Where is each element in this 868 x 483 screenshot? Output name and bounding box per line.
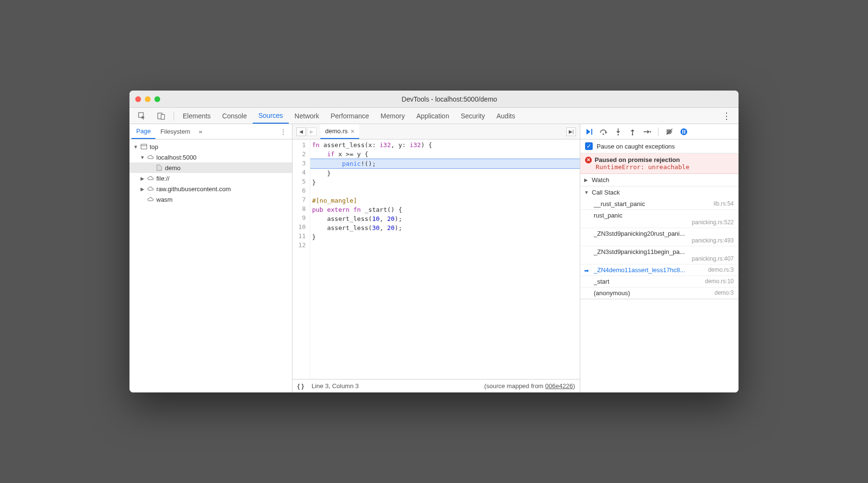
devtools-window: DevTools - localhost:5000/demo ElementsC… [129, 91, 739, 392]
stack-frame[interactable]: rust_panicpanicking.rs:522 [580, 210, 739, 228]
code-line[interactable]: } [310, 178, 580, 187]
stack-frame[interactable]: (anonymous)demo:3 [580, 288, 739, 299]
editor-statusbar: { } Line 3, Column 3 (source mapped from… [293, 379, 580, 392]
pause-on-exceptions-button[interactable] [680, 127, 688, 136]
page-tab[interactable]: Page [131, 124, 155, 139]
step-button[interactable] [643, 127, 651, 136]
stack-frame[interactable]: __rust_start_paniclib.rs:54 [580, 198, 739, 210]
nav-back-button[interactable]: ◀ [296, 127, 306, 136]
stack-frame[interactable]: _ZN3std9panicking11begin_pa...panicking.… [580, 246, 739, 264]
callstack-section-header[interactable]: ▼ Call Stack [580, 186, 739, 198]
filesystem-tab[interactable]: Filesystem [155, 124, 195, 139]
frame-function: (anonymous) [594, 289, 630, 297]
cloud-icon [147, 196, 154, 203]
tab-memory[interactable]: Memory [375, 108, 411, 124]
traffic-lights [135, 96, 160, 102]
file-tab-label: demo.rs [325, 127, 348, 135]
debugger-toolbar [580, 124, 739, 139]
stack-frame[interactable]: _startdemo.rs:10 [580, 276, 739, 288]
cloud-icon [147, 174, 154, 182]
tab-console[interactable]: Console [216, 108, 252, 124]
step-out-button[interactable] [628, 127, 637, 136]
checkbox-checked-icon[interactable]: ✓ [585, 142, 593, 150]
pause-caught-row[interactable]: ✓ Pause on caught exceptions [580, 139, 739, 153]
stack-frame[interactable]: ➡_ZN4demo11assert_less17hc8...demo.rs:3 [580, 264, 739, 276]
tree-file-demo[interactable]: demo [129, 162, 292, 173]
show-sidebar-button[interactable]: ▶| [566, 127, 576, 136]
tab-elements[interactable]: Elements [177, 108, 216, 124]
file-tree: ▼ top ▼ localhost:5000 demo ▶ f [129, 139, 292, 392]
minimize-window-button[interactable] [145, 96, 151, 102]
file-tab-demo-rs[interactable]: demo.rs × [320, 124, 359, 139]
frame-function: _start [594, 278, 610, 285]
frame-location: demo:3 [715, 289, 734, 297]
tree-label: file:// [156, 175, 169, 182]
watch-section-header[interactable]: ▶ Watch [580, 174, 739, 186]
tree-top[interactable]: ▼ top [129, 141, 292, 152]
svg-point-10 [632, 134, 633, 135]
separator [174, 112, 174, 120]
code-editor[interactable]: 123456789101112 fn assert_less(x: i32, y… [293, 139, 580, 379]
frame-function: _ZN4demo11assert_less17hc8... [594, 266, 685, 274]
cursor-position: Line 3, Column 3 [312, 382, 359, 390]
frame-location: panicking.rs:522 [594, 219, 734, 226]
navigator-options-icon[interactable]: ⋮ [276, 128, 290, 135]
code-line[interactable]: fn assert_less(x: i32, y: i32) { [310, 140, 580, 150]
svg-rect-3 [141, 144, 147, 149]
svg-point-6 [603, 133, 604, 135]
code-line[interactable] [310, 187, 580, 196]
frame-location: panicking.rs:493 [594, 237, 734, 244]
alert-title: Paused on promise rejection [595, 156, 680, 163]
code-line[interactable]: } [310, 232, 580, 242]
file-icon [155, 164, 163, 172]
tree-raw-github[interactable]: ▶ raw.githubusercontent.com [129, 184, 292, 194]
tab-sources[interactable]: Sources [253, 108, 289, 124]
tab-application[interactable]: Application [411, 108, 455, 124]
nav-forward-button[interactable]: ▶ [307, 127, 317, 136]
cloud-icon [147, 185, 154, 193]
code-line[interactable]: panic!(); [310, 159, 580, 169]
source-map-link[interactable]: 006e4226 [545, 382, 573, 390]
zoom-window-button[interactable] [154, 96, 160, 102]
tab-audits[interactable]: Audits [491, 108, 521, 124]
code-line[interactable]: pub extern fn _start() { [310, 205, 580, 214]
watch-label: Watch [592, 176, 609, 184]
tree-wasm[interactable]: wasm [129, 194, 292, 205]
stack-frame[interactable]: _ZN3std9panicking20rust_pani...panicking… [580, 228, 739, 246]
deactivate-breakpoints-button[interactable] [665, 127, 674, 136]
pause-alert: ✕ Paused on promise rejection RuntimeErr… [580, 153, 739, 174]
more-options-icon[interactable]: ⋮ [717, 111, 736, 121]
frame-location: demo.rs:10 [705, 278, 734, 285]
tab-security[interactable]: Security [455, 108, 491, 124]
close-tab-icon[interactable]: × [351, 127, 354, 135]
frame-location: panicking.rs:407 [594, 255, 734, 262]
inspect-element-icon[interactable] [132, 108, 152, 124]
tree-host[interactable]: ▼ localhost:5000 [129, 152, 292, 162]
code-line[interactable]: assert_less(10, 20); [310, 214, 580, 223]
close-window-button[interactable] [135, 96, 141, 102]
step-over-button[interactable] [599, 127, 608, 136]
tab-network[interactable]: Network [289, 108, 325, 124]
code-area[interactable]: fn assert_less(x: i32, y: i32) { if x >=… [310, 139, 580, 379]
tree-label: localhost:5000 [156, 154, 197, 161]
resume-button[interactable] [585, 127, 594, 136]
navigator-panel: Page Filesystem » ⋮ ▼ top ▼ localhost:50… [129, 124, 293, 392]
cloud-icon [147, 153, 154, 161]
tree-label: top [150, 143, 158, 150]
code-line[interactable]: #[no_mangle] [310, 196, 580, 205]
tree-file-scheme[interactable]: ▶ file:// [129, 173, 292, 184]
frame-function: __rust_start_panic [594, 200, 645, 207]
code-line[interactable] [310, 242, 580, 251]
step-into-button[interactable] [614, 127, 622, 136]
frame-function: _ZN3std9panicking20rust_pani... [594, 230, 685, 237]
svg-point-8 [618, 134, 619, 135]
device-toolbar-icon[interactable] [152, 108, 171, 124]
code-line[interactable]: if x >= y { [310, 150, 580, 159]
code-line[interactable]: assert_less(30, 20); [310, 223, 580, 232]
source-map-info: (source mapped from 006e4226) [484, 382, 575, 390]
more-tabs-button[interactable]: » [195, 128, 206, 135]
code-line[interactable]: } [310, 169, 580, 178]
alert-message: RuntimeError: unreachable [585, 163, 734, 171]
tab-performance[interactable]: Performance [325, 108, 375, 124]
pretty-print-icon[interactable]: { } [297, 382, 304, 390]
